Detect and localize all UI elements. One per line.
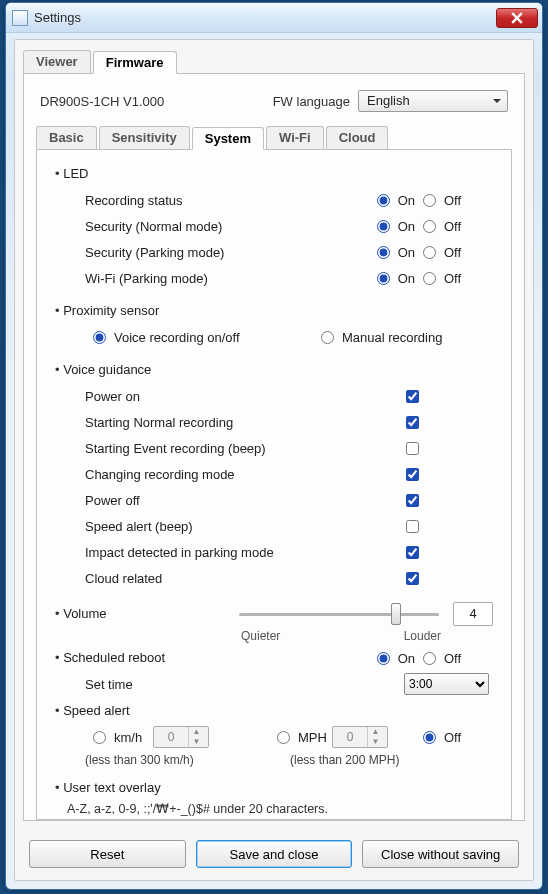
- led-sec-parking-on[interactable]: On: [377, 245, 415, 260]
- volume-louder-label: Louder: [404, 629, 441, 643]
- led-recording-on[interactable]: On: [377, 193, 415, 208]
- section-speed: Speed alert: [55, 703, 493, 718]
- reboot-time-select[interactable]: 3:00: [404, 673, 489, 695]
- outer-tabs: Viewer Firmware: [23, 50, 525, 74]
- voice-speedbeep-label: Speed alert (beep): [85, 519, 406, 534]
- led-sec-parking-label: Security (Parking mode): [85, 245, 369, 260]
- voice-startevent-check[interactable]: [406, 442, 419, 455]
- voice-speedbeep-check[interactable]: [406, 520, 419, 533]
- section-led: LED: [55, 166, 493, 181]
- fw-language-select[interactable]: English: [358, 90, 508, 112]
- proximity-voice-radio[interactable]: Voice recording on/off: [93, 330, 313, 345]
- led-sec-normal-on[interactable]: On: [377, 219, 415, 234]
- system-panel: LED Recording status On Off Security (No…: [36, 150, 512, 820]
- speed-kmh-note: (less than 300 km/h): [55, 753, 290, 767]
- app-icon: [12, 10, 28, 26]
- led-sec-normal-off[interactable]: Off: [423, 219, 493, 234]
- volume-slider[interactable]: [239, 613, 439, 616]
- volume-value: 4: [453, 602, 493, 626]
- close-no-save-button[interactable]: Close without saving: [362, 840, 519, 868]
- speed-mph-radio[interactable]: MPH: [277, 730, 332, 745]
- save-close-button[interactable]: Save and close: [196, 840, 353, 868]
- window-title: Settings: [34, 10, 496, 25]
- voice-impact-check[interactable]: [406, 546, 419, 559]
- led-sec-normal-label: Security (Normal mode): [85, 219, 369, 234]
- reboot-settime-label: Set time: [85, 677, 404, 692]
- speed-kmh-spinner[interactable]: ▲▼: [153, 726, 209, 748]
- settings-window: Settings Viewer Firmware DR900S-1CH V1.0…: [5, 2, 543, 890]
- led-wifi-parking-label: Wi-Fi (Parking mode): [85, 271, 369, 286]
- close-icon: [511, 12, 523, 24]
- reboot-on-radio[interactable]: On: [377, 651, 415, 666]
- voice-poweron-label: Power on: [85, 389, 406, 404]
- voice-cloud-label: Cloud related: [85, 571, 406, 586]
- firmware-panel: DR900S-1CH V1.000 FW language English Ba…: [23, 74, 525, 821]
- speed-mph-note: (less than 200 MPH): [290, 753, 399, 767]
- fw-language-label: FW language: [273, 94, 350, 109]
- led-sec-parking-off[interactable]: Off: [423, 245, 493, 260]
- tab-firmware[interactable]: Firmware: [93, 51, 177, 74]
- voice-startevent-label: Starting Event recording (beep): [85, 441, 406, 456]
- titlebar: Settings: [6, 3, 542, 33]
- close-window-button[interactable]: [496, 8, 538, 28]
- section-reboot: Scheduled reboot: [55, 650, 369, 665]
- led-wifi-parking-on[interactable]: On: [377, 271, 415, 286]
- model-row: DR900S-1CH V1.000 FW language English: [36, 84, 512, 122]
- proximity-manual-radio[interactable]: Manual recording: [321, 330, 442, 345]
- speed-kmh-radio[interactable]: km/h: [93, 730, 153, 745]
- tab-viewer[interactable]: Viewer: [23, 50, 91, 73]
- tab-wifi[interactable]: Wi-Fi: [266, 126, 324, 149]
- volume-quieter-label: Quieter: [241, 629, 280, 643]
- reboot-off-radio[interactable]: Off: [423, 651, 493, 666]
- led-recording-label: Recording status: [85, 193, 369, 208]
- section-proximity: Proximity sensor: [55, 303, 493, 318]
- model-label: DR900S-1CH V1.000: [40, 94, 164, 109]
- button-bar: Reset Save and close Close without savin…: [29, 840, 519, 868]
- tab-cloud[interactable]: Cloud: [326, 126, 389, 149]
- volume-scale-labels: Quieter Louder: [241, 629, 441, 643]
- speed-off-radio[interactable]: Off: [423, 730, 493, 745]
- voice-impact-label: Impact detected in parking mode: [85, 545, 406, 560]
- inner-tabs: Basic Sensitivity System Wi-Fi Cloud: [36, 126, 512, 150]
- voice-poweroff-label: Power off: [85, 493, 406, 508]
- overlay-hint: A-Z, a-z, 0-9, :;'/₩+-_()$# under 20 cha…: [55, 801, 493, 816]
- tab-sensitivity[interactable]: Sensitivity: [99, 126, 190, 149]
- voice-startnormal-check[interactable]: [406, 416, 419, 429]
- voice-startnormal-label: Starting Normal recording: [85, 415, 406, 430]
- voice-cloud-check[interactable]: [406, 572, 419, 585]
- speed-mph-spinner[interactable]: ▲▼: [332, 726, 388, 748]
- voice-changemode-check[interactable]: [406, 468, 419, 481]
- section-voice: Voice guidance: [55, 362, 493, 377]
- tab-system[interactable]: System: [192, 127, 264, 150]
- led-recording-off[interactable]: Off: [423, 193, 493, 208]
- client-area: Viewer Firmware DR900S-1CH V1.000 FW lan…: [14, 39, 534, 881]
- tab-basic[interactable]: Basic: [36, 126, 97, 149]
- voice-changemode-label: Changing recording mode: [85, 467, 406, 482]
- voice-poweron-check[interactable]: [406, 390, 419, 403]
- section-volume: Volume: [55, 606, 135, 621]
- voice-poweroff-check[interactable]: [406, 494, 419, 507]
- reset-button[interactable]: Reset: [29, 840, 186, 868]
- section-overlay: User text overlay: [55, 780, 493, 795]
- led-wifi-parking-off[interactable]: Off: [423, 271, 493, 286]
